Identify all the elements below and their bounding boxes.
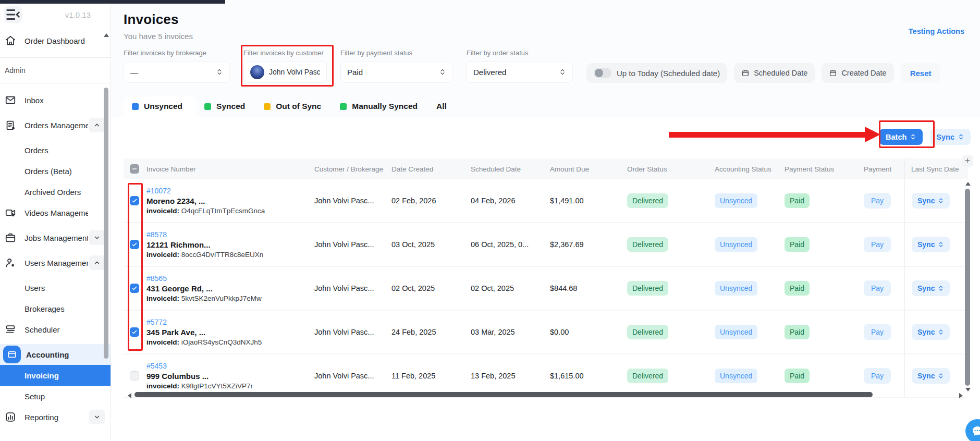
row-sync-label: Sync <box>917 328 935 336</box>
chevron-down-icon[interactable] <box>89 230 105 245</box>
col-customer: Customer / Brokerage <box>314 165 391 173</box>
invoice-number-link[interactable]: #5453 <box>146 362 314 370</box>
row-sync-button[interactable]: Sync <box>912 280 950 296</box>
sidebar-scroll-up-icon[interactable] <box>104 33 109 37</box>
row-sync-button[interactable]: Sync <box>912 193 950 209</box>
filter-payment-value: Paid <box>347 68 363 77</box>
sidebar-item-order-dashboard[interactable]: Order Dashboard <box>0 30 111 51</box>
tab-unsynced[interactable]: Unsynced <box>124 96 196 117</box>
tab-synced[interactable]: Synced <box>196 96 255 117</box>
pay-button[interactable]: Pay <box>864 193 891 209</box>
table-scroll-up-icon[interactable] <box>965 182 971 186</box>
pay-button[interactable]: Pay <box>864 324 891 340</box>
updown-chevron-icon <box>938 241 944 248</box>
sidebar-item-label: Videos Management <box>24 209 88 217</box>
cell-amount-due: $2,367.69 <box>550 240 627 249</box>
sidebar-item-label: Reporting <box>24 413 58 422</box>
sidebar-item-brokerages[interactable]: Brokerages <box>0 298 111 319</box>
pay-button[interactable]: Pay <box>864 280 891 296</box>
pay-button[interactable]: Pay <box>864 237 891 252</box>
row-sync-button[interactable]: Sync <box>912 324 950 340</box>
filter-brokerage: Filter invoices by brokerage — <box>124 49 230 83</box>
row-sync-label: Sync <box>917 240 935 249</box>
invoice-number-link[interactable]: #8578 <box>146 230 314 239</box>
filter-brokerage-select[interactable]: — <box>124 61 230 83</box>
up-to-today-toggle[interactable]: Up to Today (Scheduled date) <box>586 63 727 83</box>
row-sync-button[interactable]: Sync <box>912 237 950 252</box>
sidebar-item-orders-management[interactable]: Orders Management <box>0 115 111 136</box>
sidebar-item-label: Brokerages <box>24 304 65 313</box>
sync-dropdown-button[interactable]: Sync <box>930 129 971 145</box>
filter-payment-label: Filter by payment status <box>340 49 453 57</box>
invoice-number-link[interactable]: #5772 <box>146 318 314 326</box>
table-row: #5772 345 Park Ave, ... invoiceId: iOjao… <box>124 311 968 354</box>
table-scroll-left-icon[interactable] <box>128 393 131 398</box>
sidebar-item-videos-management[interactable]: Videos Management <box>0 202 111 223</box>
cell-customer: John Volvi Pasc... <box>314 372 391 380</box>
pay-button[interactable]: Pay <box>864 368 891 384</box>
filter-payment-select[interactable]: Paid <box>340 61 453 83</box>
row-checkbox[interactable] <box>130 327 139 337</box>
batch-button[interactable]: Batch <box>879 129 923 145</box>
invoice-number-link[interactable]: #10072 <box>146 187 314 195</box>
filter-customer: Filter invoices by customer John Volvi P… <box>243 49 327 83</box>
row-checkbox[interactable] <box>130 240 139 249</box>
reset-button[interactable]: Reset <box>901 63 941 83</box>
filter-order-select[interactable]: Delivered <box>467 61 573 83</box>
invoice-id-value: iOjaoRS4ysCnQ3dNXJh5 <box>181 338 262 346</box>
chevron-down-icon[interactable] <box>89 410 105 424</box>
sidebar-collapse-button[interactable] <box>4 6 22 23</box>
select-all-checkbox[interactable] <box>130 164 139 174</box>
invoice-id-label: invoiceId: <box>146 295 179 302</box>
tab-all[interactable]: All <box>428 96 457 117</box>
table-scroll-down-icon[interactable] <box>965 388 971 391</box>
invoice-number-link[interactable]: #8565 <box>146 274 314 283</box>
main-content: Testing Actions Invoices You have 5 invo… <box>111 0 980 441</box>
order-status-badge: Delivered <box>627 369 668 383</box>
invoice-address: Moreno 2234, ... <box>146 197 314 205</box>
sidebar-item-archived-orders[interactable]: Archived Orders <box>0 181 111 202</box>
chevron-up-icon[interactable] <box>89 118 105 132</box>
accounting-status-badge: Unsynced <box>715 281 757 296</box>
row-checkbox[interactable] <box>130 196 139 205</box>
tab-manually-synced[interactable]: Manually Synced <box>332 96 428 117</box>
payment-status-badge: Paid <box>785 325 810 339</box>
created-date-button[interactable]: Created Date <box>822 63 893 83</box>
testing-actions-link[interactable]: Testing Actions <box>909 27 964 35</box>
row-checkbox[interactable] <box>130 284 139 293</box>
updown-chevron-icon <box>559 68 566 76</box>
table-horizontal-scrollbar[interactable] <box>134 392 873 397</box>
row-sync-button[interactable]: Sync <box>912 368 950 384</box>
sidebar-item-users[interactable]: Users <box>0 277 111 298</box>
tab-out-of-sync[interactable]: Out of Sync <box>255 96 332 117</box>
scheduled-date-button[interactable]: Scheduled Date <box>734 63 815 83</box>
toggle-track <box>594 68 611 78</box>
sidebar-item-reporting[interactable]: Reporting <box>0 407 111 427</box>
accounting-status-badge: Unsynced <box>715 369 757 383</box>
table-scroll-right-icon[interactable] <box>959 393 963 398</box>
chevron-up-icon[interactable] <box>89 255 105 270</box>
sidebar-item-jobs-management[interactable]: Jobs Management <box>0 227 111 248</box>
tab-color-square <box>264 103 271 110</box>
sidebar-item-setup[interactable]: Setup <box>0 386 111 407</box>
cell-amount-due: $0.00 <box>550 328 627 336</box>
table-vertical-scrollbar[interactable] <box>965 189 970 386</box>
sidebar-item-orders[interactable]: Orders <box>0 140 111 161</box>
tab-color-square <box>340 103 347 110</box>
filter-customer-select[interactable]: John Volvi Pascal <box>243 61 327 83</box>
invoice-id-value: 8occG4DvITTR8c8eEUXn <box>181 251 264 259</box>
sidebar-item-orders-beta[interactable]: Orders (Beta) <box>0 161 111 181</box>
sidebar-item-label: Invoicing <box>24 371 59 380</box>
add-column-button[interactable]: + <box>962 155 973 167</box>
sidebar-item-label: Orders (Beta) <box>24 167 72 176</box>
sidebar-item-scheduler[interactable]: Scheduler <box>0 319 111 340</box>
sidebar-item-users-management[interactable]: Users Management <box>0 252 111 273</box>
sidebar-item-accounting[interactable]: Accounting <box>0 344 111 365</box>
sidebar-item-invoicing[interactable]: Invoicing <box>0 365 111 386</box>
invoice-id: invoiceId: iOjaoRS4ysCnQ3dNXJh5 <box>146 338 314 346</box>
row-checkbox[interactable] <box>130 371 139 381</box>
cell-date-created: 03 Oct, 2025 <box>391 240 471 249</box>
sidebar-item-inbox[interactable]: Inbox <box>0 90 111 111</box>
created-date-label: Created Date <box>841 69 886 77</box>
sidebar-scrollbar[interactable] <box>104 88 108 359</box>
